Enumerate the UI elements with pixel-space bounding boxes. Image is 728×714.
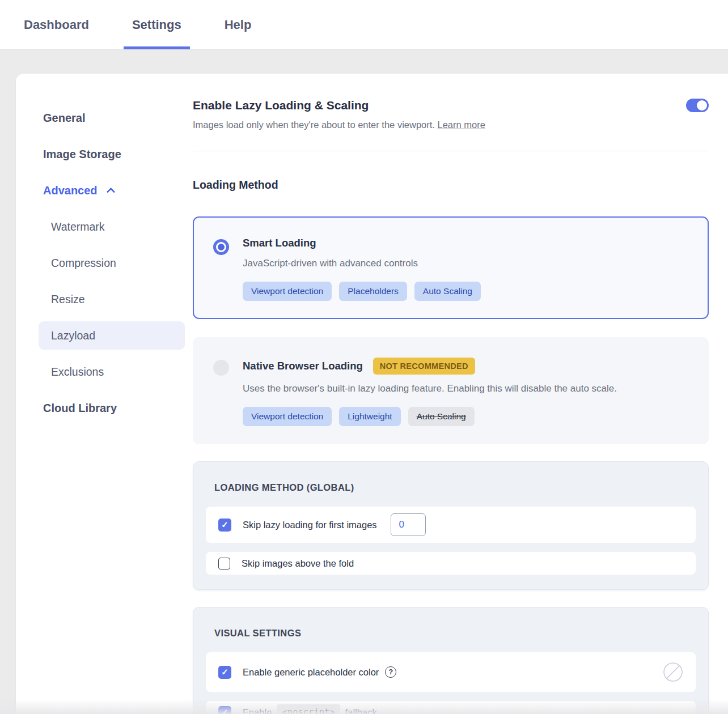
tag-placeholders: Placeholders	[339, 282, 407, 301]
tab-dashboard[interactable]: Dashboard	[24, 0, 89, 49]
check-icon: ✓	[221, 707, 228, 714]
skip-first-images-checkbox[interactable]: ✓	[218, 518, 231, 532]
option-smart-loading[interactable]: Smart Loading JavaScript-driven with adv…	[193, 216, 709, 319]
option-native-browser-loading[interactable]: Native Browser Loading NOT RECOMMENDED U…	[193, 337, 709, 444]
tab-settings[interactable]: Settings	[132, 0, 181, 49]
sidebar-item-watermark[interactable]: Watermark	[16, 209, 193, 245]
sidebar-item-general[interactable]: General	[16, 100, 193, 136]
tag-auto-scaling: Auto Scaling	[414, 282, 481, 301]
option-title: Native Browser Loading	[243, 360, 363, 372]
noscript-fallback-row: ✓ Enable <noscript> fallback	[206, 701, 696, 714]
row-label: Enable generic placeholder color	[243, 667, 379, 678]
tag-viewport-detection: Viewport detection	[243, 407, 332, 426]
option-description: JavaScript-driven with advanced controls	[243, 258, 481, 269]
option-tags: Viewport detection Placeholders Auto Sca…	[243, 282, 481, 301]
sidebar-item-lazyload[interactable]: Lazyload	[39, 321, 185, 350]
sidebar-item-label: Advanced	[43, 184, 98, 197]
feature-header: Enable Lazy Loading & Scaling	[193, 99, 709, 112]
row-label: Skip lazy loading for first images	[243, 520, 377, 530]
panel-title: VISUAL SETTINGS	[214, 628, 696, 639]
question-circle-icon[interactable]: ?	[385, 666, 396, 678]
skip-above-fold-checkbox[interactable]	[218, 558, 230, 570]
tag-lightweight: Lightweight	[339, 407, 400, 426]
sidebar-item-image-storage[interactable]: Image Storage	[16, 136, 193, 172]
noscript-fallback-checkbox[interactable]: ✓	[218, 706, 231, 714]
sidebar-item-exclusions[interactable]: Exclusions	[16, 354, 193, 390]
option-tags: Viewport detection Lightweight Auto Scal…	[243, 407, 617, 426]
not-recommended-badge: NOT RECOMMENDED	[373, 358, 475, 375]
tag-viewport-detection: Viewport detection	[243, 282, 332, 301]
sidebar-item-compression[interactable]: Compression	[16, 245, 193, 281]
option-body: Smart Loading JavaScript-driven with adv…	[243, 237, 481, 301]
skip-first-images-count-input[interactable]	[391, 513, 426, 536]
tag-auto-scaling-disabled: Auto Scaling	[408, 407, 475, 426]
loading-method-title: Loading Method	[193, 178, 709, 192]
sidebar-item-resize[interactable]: Resize	[16, 281, 193, 317]
sidebar-item-cloud-library[interactable]: Cloud Library	[16, 390, 193, 426]
top-navigation: Dashboard Settings Help	[0, 0, 728, 50]
settings-card: General Image Storage Advanced Watermark…	[16, 74, 728, 714]
page-background: General Image Storage Advanced Watermark…	[0, 50, 728, 714]
option-title: Smart Loading	[243, 237, 316, 249]
visual-settings-panel: VISUAL SETTINGS ✓ Enable generic placeho…	[193, 607, 709, 714]
row-label: Skip images above the fold	[242, 558, 354, 569]
radio-native-browser-loading[interactable]	[213, 360, 229, 376]
loading-method-global-panel: LOADING METHOD (GLOBAL) ✓ Skip lazy load…	[193, 461, 709, 590]
section-divider	[193, 151, 709, 151]
skip-above-fold-row: Skip images above the fold	[206, 552, 696, 575]
placeholder-color-checkbox[interactable]: ✓	[218, 666, 231, 679]
sidebar-item-advanced[interactable]: Advanced	[16, 172, 193, 209]
learn-more-link[interactable]: Learn more	[438, 120, 485, 130]
radio-smart-loading[interactable]	[213, 239, 229, 255]
lazy-loading-toggle[interactable]	[686, 99, 709, 112]
row-label-suffix: fallback	[345, 707, 377, 714]
no-color-swatch-icon[interactable]	[663, 662, 683, 682]
page-title: Enable Lazy Loading & Scaling	[193, 99, 369, 112]
description-text: Images load only when they're about to e…	[193, 120, 435, 130]
check-icon: ✓	[221, 520, 228, 530]
chevron-up-icon	[106, 188, 115, 197]
tab-help[interactable]: Help	[225, 0, 252, 49]
option-description: Uses the browser's built-in lazy loading…	[243, 383, 617, 394]
settings-sidebar: General Image Storage Advanced Watermark…	[16, 74, 193, 714]
row-label-prefix: Enable	[243, 707, 272, 714]
placeholder-color-row: ✓ Enable generic placeholder color ?	[206, 652, 696, 692]
skip-first-images-row: ✓ Skip lazy loading for first images	[206, 507, 696, 543]
option-body: Native Browser Loading NOT RECOMMENDED U…	[243, 358, 617, 426]
noscript-code-chip: <noscript>	[277, 704, 340, 714]
check-icon: ✓	[221, 667, 228, 677]
feature-description: Images load only when they're about to e…	[193, 120, 709, 130]
toggle-knob	[697, 100, 707, 110]
lazyload-settings-content: Enable Lazy Loading & Scaling Images loa…	[193, 74, 728, 714]
panel-title: LOADING METHOD (GLOBAL)	[214, 482, 696, 493]
